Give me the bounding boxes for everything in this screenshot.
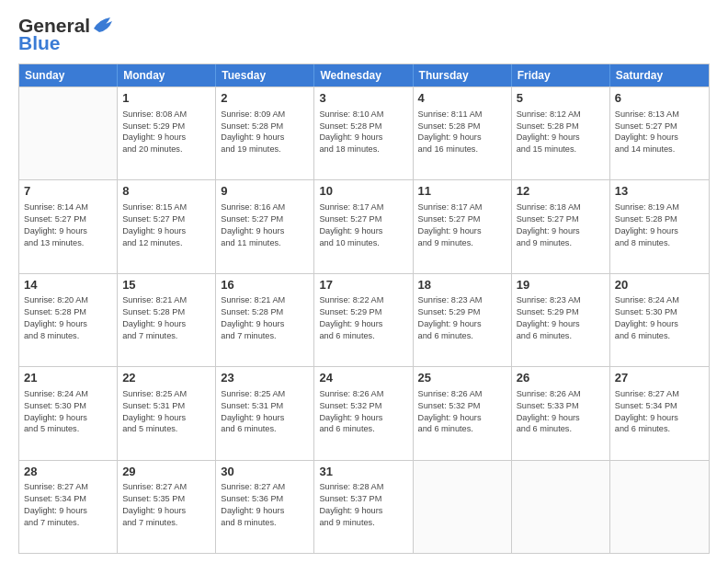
sun-info: Sunrise: 8:15 AMSunset: 5:27 PMDaylight:… xyxy=(122,201,210,249)
header-day-saturday: Saturday xyxy=(610,64,709,86)
day-number: 15 xyxy=(122,277,210,293)
sun-info: Sunrise: 8:23 AMSunset: 5:29 PMDaylight:… xyxy=(517,294,605,342)
day-number: 19 xyxy=(517,277,605,293)
calendar-cell: 5Sunrise: 8:12 AMSunset: 5:28 PMDaylight… xyxy=(512,87,610,179)
day-number: 4 xyxy=(418,90,506,107)
calendar-row-1: 7Sunrise: 8:14 AMSunset: 5:27 PMDaylight… xyxy=(19,179,709,272)
sun-info: Sunrise: 8:11 AMSunset: 5:28 PMDaylight:… xyxy=(418,109,506,156)
sun-info: Sunrise: 8:21 AMSunset: 5:28 PMDaylight:… xyxy=(221,294,309,342)
day-number: 11 xyxy=(418,183,506,200)
sun-info: Sunrise: 8:26 AMSunset: 5:33 PMDaylight:… xyxy=(517,388,605,436)
calendar-cell: 6Sunrise: 8:13 AMSunset: 5:27 PMDaylight… xyxy=(610,87,709,179)
sun-info: Sunrise: 8:26 AMSunset: 5:32 PMDaylight:… xyxy=(319,388,407,436)
day-number: 17 xyxy=(319,277,407,293)
sun-info: Sunrise: 8:23 AMSunset: 5:29 PMDaylight:… xyxy=(418,294,506,342)
sun-info: Sunrise: 8:12 AMSunset: 5:28 PMDaylight:… xyxy=(517,109,605,156)
day-number: 6 xyxy=(615,90,704,107)
day-number: 28 xyxy=(24,464,112,480)
sun-info: Sunrise: 8:25 AMSunset: 5:31 PMDaylight:… xyxy=(221,388,309,436)
sun-info: Sunrise: 8:17 AMSunset: 5:27 PMDaylight:… xyxy=(319,201,407,249)
calendar-cell: 25Sunrise: 8:26 AMSunset: 5:32 PMDayligh… xyxy=(414,367,512,459)
calendar-cell: 18Sunrise: 8:23 AMSunset: 5:29 PMDayligh… xyxy=(414,274,512,366)
day-number: 8 xyxy=(122,183,210,200)
sun-info: Sunrise: 8:20 AMSunset: 5:28 PMDaylight:… xyxy=(24,294,112,342)
day-number: 23 xyxy=(221,370,309,386)
sun-info: Sunrise: 8:24 AMSunset: 5:30 PMDaylight:… xyxy=(24,388,112,436)
day-number: 30 xyxy=(221,464,309,480)
calendar-cell xyxy=(512,461,610,553)
sun-info: Sunrise: 8:24 AMSunset: 5:30 PMDaylight:… xyxy=(615,294,704,342)
calendar-cell: 12Sunrise: 8:18 AMSunset: 5:27 PMDayligh… xyxy=(512,180,610,272)
day-number: 24 xyxy=(319,370,407,386)
calendar-cell: 16Sunrise: 8:21 AMSunset: 5:28 PMDayligh… xyxy=(216,274,314,366)
calendar-cell: 4Sunrise: 8:11 AMSunset: 5:28 PMDaylight… xyxy=(414,87,512,179)
calendar-cell: 26Sunrise: 8:26 AMSunset: 5:33 PMDayligh… xyxy=(512,367,610,459)
sun-info: Sunrise: 8:14 AMSunset: 5:27 PMDaylight:… xyxy=(24,201,112,249)
calendar-cell: 23Sunrise: 8:25 AMSunset: 5:31 PMDayligh… xyxy=(216,367,314,459)
header-day-monday: Monday xyxy=(118,64,216,86)
calendar-cell: 1Sunrise: 8:08 AMSunset: 5:29 PMDaylight… xyxy=(118,87,216,179)
day-number: 10 xyxy=(319,183,407,200)
day-number: 18 xyxy=(418,277,506,293)
sun-info: Sunrise: 8:22 AMSunset: 5:29 PMDaylight:… xyxy=(319,294,407,342)
calendar-cell: 21Sunrise: 8:24 AMSunset: 5:30 PMDayligh… xyxy=(19,367,118,459)
calendar-cell xyxy=(19,87,118,179)
sun-info: Sunrise: 8:19 AMSunset: 5:28 PMDaylight:… xyxy=(615,201,704,249)
day-number: 31 xyxy=(319,464,407,480)
day-number: 27 xyxy=(615,370,704,386)
sun-info: Sunrise: 8:13 AMSunset: 5:27 PMDaylight:… xyxy=(615,109,704,156)
calendar-header: SundayMondayTuesdayWednesdayThursdayFrid… xyxy=(19,64,709,86)
day-number: 29 xyxy=(122,464,210,480)
day-number: 16 xyxy=(221,277,309,293)
calendar-cell: 24Sunrise: 8:26 AMSunset: 5:32 PMDayligh… xyxy=(314,367,413,459)
calendar-cell: 22Sunrise: 8:25 AMSunset: 5:31 PMDayligh… xyxy=(118,367,216,459)
sun-info: Sunrise: 8:27 AMSunset: 5:36 PMDaylight:… xyxy=(221,481,309,529)
calendar-cell: 8Sunrise: 8:15 AMSunset: 5:27 PMDaylight… xyxy=(118,180,216,272)
logo: General Blue xyxy=(18,15,116,54)
logo-bird-icon xyxy=(90,16,116,36)
calendar-body: 1Sunrise: 8:08 AMSunset: 5:29 PMDaylight… xyxy=(19,86,709,553)
day-number: 14 xyxy=(24,277,112,293)
calendar-cell: 20Sunrise: 8:24 AMSunset: 5:30 PMDayligh… xyxy=(610,274,709,366)
sun-info: Sunrise: 8:28 AMSunset: 5:37 PMDaylight:… xyxy=(319,481,407,529)
day-number: 13 xyxy=(615,183,704,200)
sun-info: Sunrise: 8:21 AMSunset: 5:28 PMDaylight:… xyxy=(122,294,210,342)
header-day-sunday: Sunday xyxy=(19,64,118,86)
page-header: General Blue xyxy=(18,15,710,54)
day-number: 5 xyxy=(517,90,605,107)
day-number: 7 xyxy=(24,183,112,200)
calendar: SundayMondayTuesdayWednesdayThursdayFrid… xyxy=(18,63,710,554)
calendar-cell: 7Sunrise: 8:14 AMSunset: 5:27 PMDaylight… xyxy=(19,180,118,272)
calendar-row-2: 14Sunrise: 8:20 AMSunset: 5:28 PMDayligh… xyxy=(19,273,709,366)
calendar-cell: 3Sunrise: 8:10 AMSunset: 5:28 PMDaylight… xyxy=(314,87,413,179)
day-number: 1 xyxy=(122,90,210,107)
sun-info: Sunrise: 8:27 AMSunset: 5:35 PMDaylight:… xyxy=(122,481,210,529)
logo-blue: Blue xyxy=(18,32,61,54)
day-number: 20 xyxy=(615,277,704,293)
calendar-cell: 9Sunrise: 8:16 AMSunset: 5:27 PMDaylight… xyxy=(216,180,314,272)
calendar-cell: 2Sunrise: 8:09 AMSunset: 5:28 PMDaylight… xyxy=(216,87,314,179)
sun-info: Sunrise: 8:08 AMSunset: 5:29 PMDaylight:… xyxy=(122,109,210,156)
header-day-friday: Friday xyxy=(512,64,610,86)
calendar-cell: 27Sunrise: 8:27 AMSunset: 5:34 PMDayligh… xyxy=(610,367,709,459)
sun-info: Sunrise: 8:17 AMSunset: 5:27 PMDaylight:… xyxy=(418,201,506,249)
day-number: 9 xyxy=(221,183,309,200)
calendar-cell xyxy=(610,461,709,553)
sun-info: Sunrise: 8:26 AMSunset: 5:32 PMDaylight:… xyxy=(418,388,506,436)
day-number: 25 xyxy=(418,370,506,386)
day-number: 2 xyxy=(221,90,309,107)
sun-info: Sunrise: 8:16 AMSunset: 5:27 PMDaylight:… xyxy=(221,201,309,249)
sun-info: Sunrise: 8:25 AMSunset: 5:31 PMDaylight:… xyxy=(122,388,210,436)
sun-info: Sunrise: 8:09 AMSunset: 5:28 PMDaylight:… xyxy=(221,109,309,156)
calendar-row-4: 28Sunrise: 8:27 AMSunset: 5:34 PMDayligh… xyxy=(19,460,709,553)
sun-info: Sunrise: 8:27 AMSunset: 5:34 PMDaylight:… xyxy=(24,481,112,529)
sun-info: Sunrise: 8:18 AMSunset: 5:27 PMDaylight:… xyxy=(517,201,605,249)
header-day-tuesday: Tuesday xyxy=(216,64,314,86)
calendar-row-0: 1Sunrise: 8:08 AMSunset: 5:29 PMDaylight… xyxy=(19,86,709,179)
calendar-cell: 14Sunrise: 8:20 AMSunset: 5:28 PMDayligh… xyxy=(19,274,118,366)
calendar-cell: 28Sunrise: 8:27 AMSunset: 5:34 PMDayligh… xyxy=(19,461,118,553)
day-number: 21 xyxy=(24,370,112,386)
calendar-cell: 10Sunrise: 8:17 AMSunset: 5:27 PMDayligh… xyxy=(314,180,413,272)
day-number: 3 xyxy=(319,90,407,107)
calendar-row-3: 21Sunrise: 8:24 AMSunset: 5:30 PMDayligh… xyxy=(19,366,709,459)
